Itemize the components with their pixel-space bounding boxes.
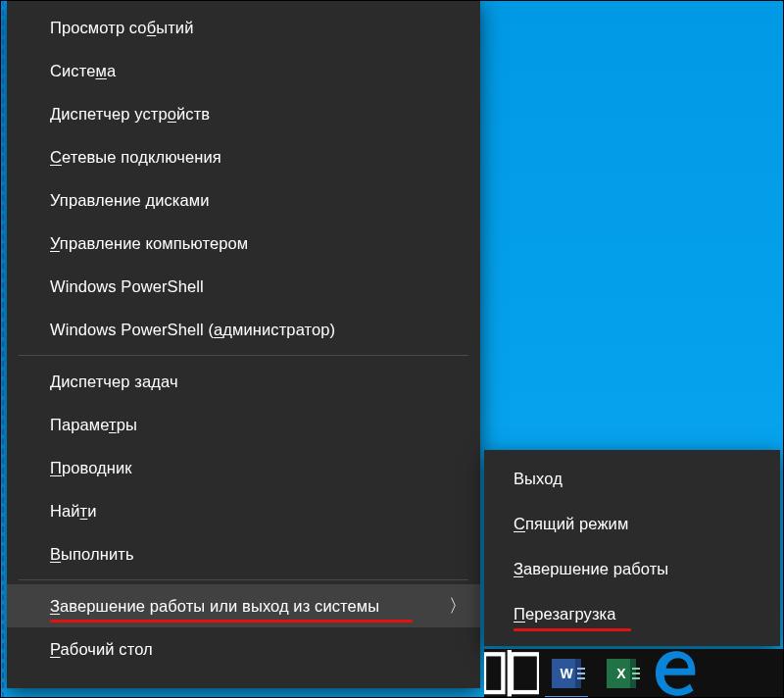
selection-edge <box>2 0 4 698</box>
excel-glyph: X <box>607 659 636 688</box>
task-view-icon[interactable] <box>484 649 539 698</box>
menu-item[interactable]: Перезагрузка <box>484 591 780 636</box>
svg-rect-2 <box>508 650 512 696</box>
highlight-underline <box>50 620 413 623</box>
menu-item[interactable]: Параметры <box>7 403 480 446</box>
edge-glyph <box>649 646 704 698</box>
menu-item-label: Проводник <box>50 459 132 477</box>
menu-item[interactable]: Выход <box>484 456 780 501</box>
menu-item[interactable]: Управление дисками <box>7 178 480 222</box>
menu-item-label: Диспетчер устройств <box>50 105 210 124</box>
menu-item[interactable]: Проводник <box>7 446 480 489</box>
menu-item-label: Управление дисками <box>50 191 210 210</box>
menu-item-label: Windows PowerShell (администратор) <box>50 321 335 339</box>
svg-rect-0 <box>484 655 503 693</box>
menu-item-label: Система <box>50 62 116 80</box>
shutdown-submenu[interactable]: ВыходСпящий режимЗавершение работыПереза… <box>484 450 780 646</box>
menu-item-label: Рабочий стол <box>50 640 153 659</box>
winx-context-menu[interactable]: Просмотр событийСистемаДиспетчер устройс… <box>7 0 480 688</box>
menu-item[interactable]: Система <box>7 49 480 92</box>
menu-item-label: Параметры <box>50 416 137 434</box>
menu-separator <box>19 579 468 580</box>
word-icon[interactable]: W <box>539 649 594 698</box>
taskbar[interactable]: WX <box>484 649 784 698</box>
word-glyph: W <box>552 659 581 688</box>
menu-item-label: Завершение работы или выход из системы <box>50 597 379 616</box>
menu-item-label: Диспетчер задач <box>50 373 178 391</box>
menu-item[interactable]: Завершение работы или выход из системы〉 <box>7 584 480 627</box>
menu-item-label: Спящий режим <box>514 515 628 533</box>
menu-item-label: Найти <box>50 502 97 521</box>
menu-item[interactable]: Рабочий стол <box>7 627 480 671</box>
highlight-underline <box>514 628 631 631</box>
menu-item[interactable]: Просмотр событий <box>7 6 480 49</box>
menu-item[interactable]: Найти <box>7 489 480 532</box>
menu-item[interactable]: Спящий режим <box>484 501 780 546</box>
menu-item[interactable]: Управление компьютером <box>7 222 480 265</box>
task-view-glyph <box>484 650 539 696</box>
menu-item[interactable]: Windows PowerShell (администратор) <box>7 308 480 351</box>
menu-item[interactable]: Завершение работы <box>484 546 780 591</box>
chevron-right-icon: 〉 <box>449 594 466 618</box>
edge-icon[interactable] <box>649 649 704 698</box>
excel-icon[interactable]: X <box>594 649 649 698</box>
svg-rect-1 <box>512 655 539 693</box>
menu-item-label: Просмотр событий <box>50 19 193 37</box>
menu-item-label: Завершение работы <box>514 560 668 578</box>
menu-item[interactable]: Диспетчер устройств <box>7 92 480 135</box>
menu-item-label: Перезагрузка <box>514 605 616 623</box>
menu-separator <box>19 355 468 356</box>
menu-item-label: Windows PowerShell <box>50 277 204 296</box>
menu-item[interactable]: Сетевые подключения <box>7 135 480 178</box>
menu-item-label: Сетевые подключения <box>50 148 221 167</box>
menu-item[interactable]: Windows PowerShell <box>7 265 480 308</box>
menu-item-label: Выход <box>514 470 563 488</box>
menu-item[interactable]: Диспетчер задач <box>7 360 480 403</box>
menu-item[interactable]: Выполнить <box>7 532 480 575</box>
menu-item-label: Управление компьютером <box>50 234 248 253</box>
menu-item-label: Выполнить <box>50 545 134 564</box>
